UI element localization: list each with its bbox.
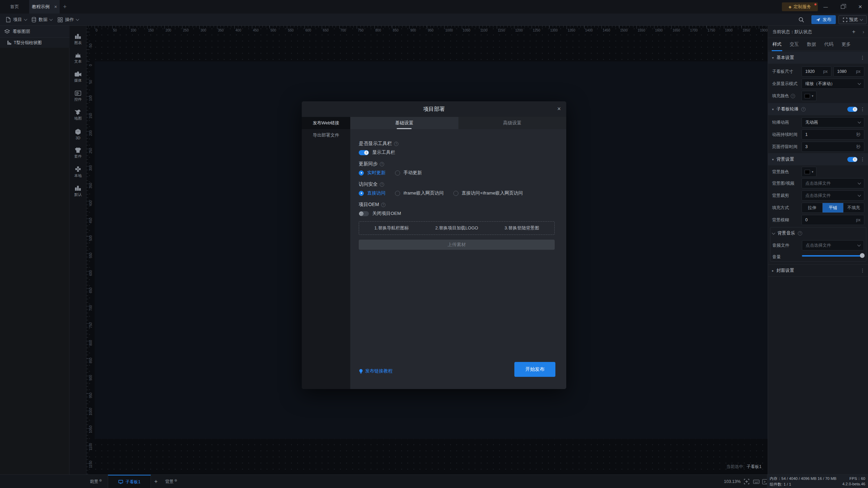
rail-item-media[interactable]: 媒体 <box>70 68 86 86</box>
layer-item[interactable]: T型分组柱状图 <box>0 38 70 48</box>
audio-file-select[interactable]: 点击选择文件 <box>802 240 864 250</box>
tab-more[interactable]: 更多 <box>842 41 851 47</box>
rail-item-local[interactable]: 本地 <box>70 163 86 181</box>
preview-button[interactable]: 预览 <box>839 15 867 24</box>
rail-item-3d[interactable]: 3D <box>70 125 86 143</box>
ruler-top: 0501001502002503003504004505005506006507… <box>86 26 768 33</box>
kebab-menu-icon[interactable]: ⋮ <box>860 157 865 162</box>
bar-chart-mini-icon <box>7 41 11 45</box>
circle-plus-icon[interactable]: ⊕ <box>99 479 102 482</box>
menu-data[interactable]: 数据 <box>32 14 52 26</box>
upload-material-button[interactable]: 上传素材 <box>359 240 555 250</box>
radio-realtime-label[interactable]: 实时更新 <box>367 170 386 176</box>
music-header[interactable]: 背景音乐 ? <box>772 230 802 236</box>
toolbar-toggle[interactable] <box>359 150 369 155</box>
tab-data[interactable]: 数据 <box>807 41 816 47</box>
add-state-button[interactable]: + <box>852 28 855 35</box>
add-subdashboard-button[interactable]: + <box>154 475 158 488</box>
tab-style[interactable]: 样式 <box>772 41 782 47</box>
rail-label: 3D <box>76 136 80 140</box>
fill-color-picker[interactable]: ▾ <box>802 91 816 101</box>
foreground-tab[interactable]: 前景 ⊕ <box>90 475 102 488</box>
kebab-menu-icon[interactable]: ⋮ <box>860 268 865 273</box>
ruler-label: 150 <box>148 28 154 32</box>
background-tab[interactable]: 背景 ⊕ <box>165 475 177 488</box>
bg-color-picker[interactable]: ▾ <box>802 167 816 177</box>
custom-service-button[interactable]: ◆ 定制服务 <box>782 2 818 11</box>
search-button[interactable] <box>798 14 804 26</box>
kebab-menu-icon[interactable]: ⋮ <box>860 55 865 60</box>
radio-direct[interactable] <box>359 191 364 196</box>
subdashboard-tab[interactable]: 子看板1 <box>108 475 151 488</box>
section-carousel[interactable]: ▾ 子看板轮播 ? ⋮ <box>768 103 868 115</box>
tab-home[interactable]: 首页 <box>0 0 29 14</box>
volume-slider-knob[interactable] <box>860 253 865 258</box>
fill-mode-tile[interactable]: 平铺 <box>823 203 843 212</box>
sidebar-item-export-file[interactable]: 导出部署文件 <box>302 129 350 141</box>
rail-item-controls[interactable]: 控件 <box>70 87 86 105</box>
tab-tutorial[interactable]: 教程示例 × <box>29 0 60 14</box>
fill-mode-stretch[interactable]: 拉伸 <box>802 203 823 212</box>
volume-slider[interactable] <box>802 253 864 258</box>
circle-plus-icon[interactable]: ⊕ <box>174 479 177 482</box>
toolbar-toggle-row: 显示工具栏 <box>359 149 395 156</box>
menu-project[interactable]: 项目 <box>6 14 27 26</box>
radio-iframe[interactable] <box>395 191 400 196</box>
radio-manual[interactable] <box>395 170 400 176</box>
anim-duration-input[interactable]: 1 秒 <box>802 129 864 140</box>
rail-item-charts[interactable]: 图表 <box>70 30 86 48</box>
new-tab-button[interactable]: + <box>63 0 67 14</box>
tab-interaction[interactable]: 交互 <box>790 41 799 47</box>
oem-toggle[interactable] <box>359 211 369 216</box>
menu-actions[interactable]: 操作 <box>58 14 79 26</box>
fit-screen-button[interactable] <box>744 475 749 488</box>
tab-basic-settings[interactable]: 基础设置 <box>350 117 458 129</box>
radio-realtime[interactable] <box>359 170 364 176</box>
rail-item-default[interactable]: 默认 <box>70 182 86 200</box>
chevron-right-icon[interactable]: › <box>863 29 864 35</box>
rail-item-text[interactable]: 文本 <box>70 49 86 67</box>
radio-direct-label[interactable]: 直接访问 <box>367 190 386 196</box>
page-stay-input[interactable]: 3 秒 <box>802 142 864 152</box>
section-background[interactable]: ▾ 背景设置 ⋮ <box>768 153 868 165</box>
tutorial-link[interactable]: 发布链接教程 <box>359 368 393 374</box>
tab-home-label: 首页 <box>10 4 19 10</box>
page-stay-label: 页面停留时间 <box>772 144 797 150</box>
radio-direct-iframe-label[interactable]: 直接访问+iframe嵌入网页访问 <box>462 190 523 196</box>
section-basic[interactable]: ▾ 基本设置 ⋮ <box>768 52 868 64</box>
fill-mode-none[interactable]: 不填充 <box>844 203 864 212</box>
bg-crop-select[interactable]: 点击选择文件 <box>802 190 864 201</box>
bg-blur-input[interactable]: 0 px <box>802 215 864 225</box>
minimize-button[interactable]: — <box>818 0 833 14</box>
sidebar-item-publish-web[interactable]: 发布Web链接 <box>302 117 350 129</box>
size-height-input[interactable]: 1080 px <box>833 66 864 77</box>
background-toggle[interactable] <box>847 157 857 162</box>
carousel-anim-select[interactable]: 无动画 <box>802 117 864 127</box>
shortcut-keys-button[interactable] <box>753 475 760 488</box>
start-publish-button[interactable]: 开始发布 <box>514 362 555 377</box>
section-cover[interactable]: ▸ 封面设置 ⋮ <box>768 264 868 277</box>
selection-hint-value: 子看板1 <box>747 464 762 469</box>
kebab-menu-icon[interactable]: ⋮ <box>860 106 865 112</box>
bg-crop-label: 背景裁剪 <box>772 193 789 199</box>
restore-button[interactable] <box>835 0 850 14</box>
bg-image-select[interactable]: 点击选择文件 <box>802 178 864 188</box>
tab-advanced-settings[interactable]: 高级设置 <box>458 117 567 129</box>
ruler-label: 1850 <box>743 28 750 32</box>
zoom-level[interactable]: 103.13% <box>724 475 741 488</box>
fullscreen-mode-select[interactable]: 缩放（不滚动） <box>802 79 864 89</box>
tab-code[interactable]: 代码 <box>824 41 833 47</box>
rail-item-map[interactable]: 地图 <box>70 106 86 124</box>
tab-close-icon[interactable]: × <box>54 4 57 9</box>
radio-iframe-label[interactable]: iframe嵌入网页访问 <box>403 190 444 196</box>
close-button[interactable]: × <box>852 0 868 14</box>
size-width-input[interactable]: 1920 px <box>802 66 831 77</box>
carousel-toggle[interactable] <box>847 107 857 112</box>
publish-button[interactable]: 发布 <box>811 15 836 24</box>
radio-direct-iframe[interactable] <box>453 191 458 196</box>
modal-close-button[interactable]: × <box>557 105 561 113</box>
radio-manual-label[interactable]: 手动更新 <box>403 170 422 176</box>
rail-item-kit[interactable]: 套件 <box>70 144 86 162</box>
fps-stat: FPS：60 <box>849 476 865 481</box>
unit-px: px <box>823 69 828 74</box>
